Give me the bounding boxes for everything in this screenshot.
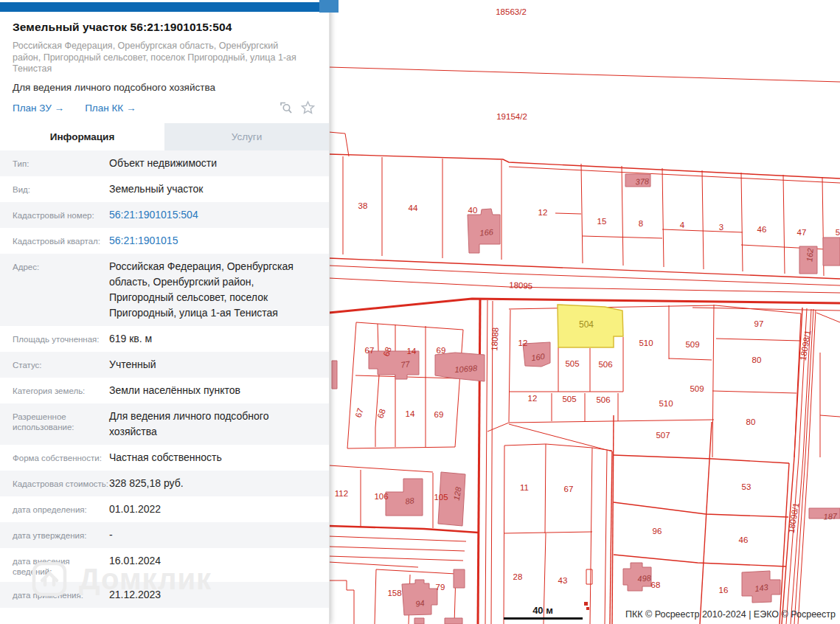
row-value: 619 кв. м xyxy=(109,331,329,347)
parcel-line xyxy=(329,465,433,472)
tab-information[interactable]: Информация xyxy=(0,123,164,150)
row-label: Адрес: xyxy=(0,259,109,321)
map-label: 38 xyxy=(358,201,368,210)
map-attribution: ПКК © Росреестр 2010-2024 | ЕЭКО © Росре… xyxy=(625,609,836,620)
parcel-line xyxy=(347,447,455,448)
map-label: 105 xyxy=(434,493,448,502)
map-label: 166 xyxy=(479,227,494,238)
map-label: 69 xyxy=(437,346,446,355)
search-underline xyxy=(0,2,319,12)
table-row: Разрешенное использование:Для ведения ли… xyxy=(0,403,329,445)
parcel-line xyxy=(509,420,714,423)
map-label: 44 xyxy=(409,204,418,212)
map-label: 11 xyxy=(520,483,529,492)
map-label: 94 xyxy=(415,598,426,609)
row-value: 328 825,18 руб. xyxy=(109,476,329,491)
map-label: 507 xyxy=(656,431,670,440)
parcel-line xyxy=(716,339,801,341)
map-label: 506 xyxy=(596,395,610,404)
parcel-line xyxy=(605,451,607,624)
road-line xyxy=(478,299,480,624)
map-label: 47 xyxy=(797,228,807,237)
map-label: 498 xyxy=(637,573,652,583)
parcel-line xyxy=(375,569,376,624)
map-label: 187 xyxy=(823,511,838,521)
map-label: 15 xyxy=(597,217,607,226)
parcel-line xyxy=(741,173,743,271)
info-panel: Земельный участок 56:21:1901015:504 Росс… xyxy=(0,0,330,624)
map-label: 53 xyxy=(742,482,752,491)
parcel-line xyxy=(545,444,546,533)
map-label: 10698 xyxy=(454,364,478,374)
parcel-line xyxy=(586,569,592,584)
parcel-address-subtitle: Российская Федерация, Оренбургская облас… xyxy=(13,41,304,75)
map-label: 16 xyxy=(719,586,729,594)
domclick-logo-icon xyxy=(31,561,68,597)
row-value: Земельный участок xyxy=(109,181,329,197)
map-label: 96 xyxy=(653,527,662,535)
parcel-line xyxy=(487,423,509,431)
parcel-line xyxy=(329,154,840,178)
map-label: 14 xyxy=(406,409,415,418)
map-label: 5 xyxy=(836,228,840,237)
parcel-line xyxy=(783,175,785,274)
building xyxy=(454,569,465,588)
row-value: Частная собственность xyxy=(109,450,329,465)
road-line xyxy=(485,300,487,624)
table-row: дата определения:01.01.2022 xyxy=(0,496,329,522)
parcel-usage: Для ведения личного подсобного хозяйства xyxy=(13,82,316,93)
plan-zu-link[interactable]: План ЗУ → xyxy=(13,103,64,114)
parcel-line xyxy=(662,168,664,267)
plan-kk-link[interactable]: План КК → xyxy=(85,103,136,114)
road-line xyxy=(329,67,840,82)
map-label: 28 xyxy=(513,572,523,581)
map-label: 506 xyxy=(598,360,612,369)
leader-line xyxy=(555,213,581,214)
header-icons xyxy=(279,100,316,115)
table-row: Тип:Объект недвижимости xyxy=(0,150,329,176)
row-value-link[interactable]: 56:21:1901015:504 xyxy=(109,207,329,223)
row-label: Разрешенное использование: xyxy=(0,409,109,440)
building xyxy=(402,580,437,615)
row-value: Российская Федерация, Оренбургская облас… xyxy=(109,259,329,321)
road-line xyxy=(329,258,840,279)
map-label: 67 xyxy=(365,346,375,355)
map-label: 505 xyxy=(562,395,576,403)
map-label: 4 xyxy=(680,221,685,229)
star-icon[interactable] xyxy=(300,100,316,115)
parcel-line xyxy=(614,502,788,517)
plan-preview-icon[interactable] xyxy=(279,100,294,115)
parcel-line xyxy=(504,446,504,624)
search-button[interactable] xyxy=(319,0,339,13)
map-label: 510 xyxy=(659,399,673,408)
parcel-line xyxy=(509,310,510,422)
map-label: 3 xyxy=(719,223,723,232)
parcel-line xyxy=(347,322,356,448)
parcel-line xyxy=(712,391,796,393)
parcel-line xyxy=(375,324,379,447)
tab-services[interactable]: Услуги xyxy=(164,123,329,150)
row-value: Объект недвижимости xyxy=(109,156,329,171)
map-label: 8 xyxy=(639,219,643,228)
app-window: 18563/219154/238444016612158434647537816… xyxy=(0,0,840,624)
row-label: Кадастровая стоимость: xyxy=(0,476,109,491)
map-label: 97 xyxy=(754,319,764,328)
row-label: дата определения: xyxy=(0,502,109,517)
table-row: Вид:Земельный участок xyxy=(0,176,329,202)
scale-bar: 40 м xyxy=(504,605,583,619)
map-label: 19154/2 xyxy=(496,112,527,121)
row-value: Земли населённых пунктов xyxy=(109,383,329,398)
map-label: 18563/2 xyxy=(496,7,527,16)
parcel-line xyxy=(509,305,801,313)
map-label: 18095 xyxy=(509,280,533,291)
map-label: 158 xyxy=(387,589,401,597)
map-label: 79 xyxy=(436,583,445,592)
map-label: 40 xyxy=(468,206,478,215)
row-value-link[interactable]: 56:21:1901015 xyxy=(109,233,329,249)
parcel-line xyxy=(504,532,592,533)
map-label: 12 xyxy=(518,339,528,347)
table-row: Кадастровый квартал:56:21:1901015 xyxy=(0,228,329,254)
map-label: 80 xyxy=(752,356,762,364)
tabs: ИнформацияУслуги xyxy=(0,123,329,150)
map-marker xyxy=(584,602,588,606)
